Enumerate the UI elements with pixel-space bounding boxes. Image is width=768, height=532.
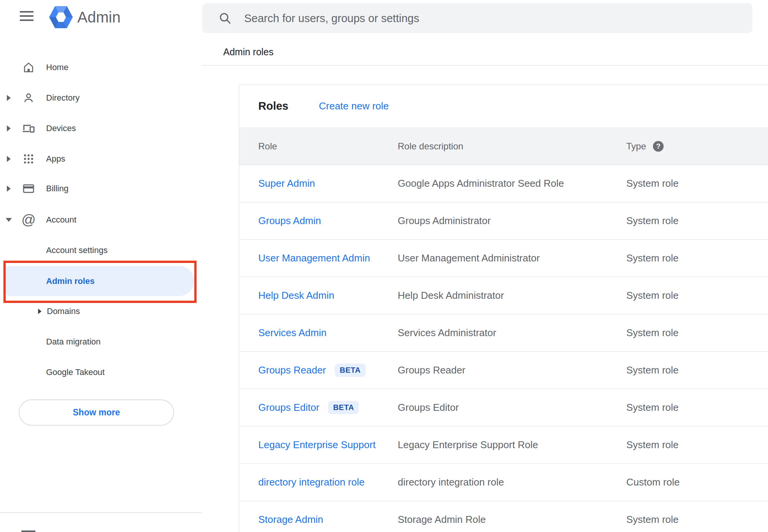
person-icon [21,91,36,105]
role-type-cell: System role [626,426,678,463]
sidebar-item-directory[interactable]: Directory [0,83,202,113]
role-type-cell: System role [626,352,678,389]
sidebar-item-account-settings[interactable]: Account settings [0,235,202,266]
role-description-cell: Help Desk Administrator [398,277,504,314]
panel-title: Roles [258,85,288,127]
role-cell: Services Admin [258,314,326,351]
role-link[interactable]: Legacy Enterprise Support [258,439,376,451]
role-description-text: Groups Reader [398,364,466,376]
role-link[interactable]: directory integration role [258,476,365,488]
role-type-text: System role [626,252,678,264]
beta-badge: BETA [328,401,359,414]
sidebar-item-label: Billing [46,184,69,194]
role-description-cell: directory integration role [398,464,504,501]
role-type-cell: System role [626,240,678,277]
role-description-cell: Groups Administrator [398,202,491,239]
sidebar-item-admin-roles[interactable]: Admin roles [6,266,194,296]
sidebar-item-devices[interactable]: Devices [0,113,202,144]
sidebar-item-label: Home [46,62,69,72]
role-cell: Groups Admin [258,202,321,239]
chevron-down-icon[interactable] [6,218,12,222]
sidebar-item-label: Google Takeout [46,367,105,377]
credit-card-icon [21,181,36,196]
role-description-text: directory integration role [398,476,504,488]
partial-icon [21,530,35,532]
role-type-text: Custom role [626,476,680,488]
sidebar-item-label: Domains [47,306,80,316]
role-type-cell: System role [626,202,678,239]
chevron-right-icon[interactable] [7,95,11,101]
sidebar-item-home[interactable]: Home [0,52,202,83]
sidebar: HomeDirectoryDevicesAppsBilling@AccountA… [0,0,202,532]
help-icon[interactable]: ? [653,141,664,152]
table-row: Services AdminServices AdministratorSyst… [239,314,768,352]
sidebar-item-label: Data migration [46,337,101,347]
role-type-text: System role [626,178,678,189]
sidebar-item-label: Directory [46,93,80,103]
table-row: Groups AdminGroups AdministratorSystem r… [239,202,768,240]
role-type-text: System role [626,215,678,227]
sidebar-item-domains[interactable]: Domains [0,296,202,327]
role-description-cell: Google Apps Administrator Seed Role [398,165,564,202]
sidebar-item-label: Account settings [46,245,107,255]
table-row: Help Desk AdminHelp Desk AdministratorSy… [239,277,768,314]
role-description-cell: Legacy Enterprise Support Role [398,426,538,463]
role-description-text: User Management Administrator [398,252,540,264]
role-description-cell: Services Administrator [398,314,496,351]
table-row: directory integration roledirectory inte… [239,464,768,501]
role-type-cell: Custom role [626,464,680,501]
role-type-cell: System role [626,389,678,426]
role-description-cell: Groups Editor [398,389,459,426]
breadcrumb: Admin roles [223,46,274,58]
sidebar-divider [0,512,202,513]
role-cell: Groups EditorBETA [258,389,359,426]
sidebar-item-google-takeout[interactable]: Google Takeout [0,357,202,388]
role-type-cell: System role [626,501,678,532]
role-link[interactable]: Storage Admin [258,514,323,526]
role-link[interactable]: Services Admin [258,327,326,339]
sidebar-item-billing[interactable]: Billing [0,173,202,204]
role-description-cell: Groups Reader [398,352,466,389]
chevron-right-icon[interactable] [7,156,11,162]
sidebar-item-account[interactable]: @Account [0,205,202,235]
search-bar[interactable] [202,3,752,33]
sidebar-item-label: Account [46,215,77,225]
role-cell: User Management Admin [258,240,370,277]
sidebar-item-apps[interactable]: Apps [0,144,202,174]
create-new-role-link[interactable]: Create new role [319,85,389,127]
role-type-text: System role [626,439,678,451]
roles-table: Super AdminGoogle Apps Administrator See… [239,165,768,532]
column-header-type: Type [626,127,646,165]
role-cell: directory integration role [258,464,365,501]
header-divider [202,65,768,66]
role-link[interactable]: User Management Admin [258,252,370,264]
role-cell: Groups ReaderBETA [258,352,366,389]
role-type-text: System role [626,290,678,301]
role-description-text: Groups Editor [398,402,459,413]
show-more-button[interactable]: Show more [19,399,174,426]
table-header: Role Role description Type ? [239,127,768,165]
chevron-right-icon[interactable] [7,125,11,131]
role-link[interactable]: Groups Editor [258,402,319,413]
role-link[interactable]: Groups Reader [258,364,326,376]
table-row: Legacy Enterprise SupportLegacy Enterpri… [239,426,768,464]
role-type-cell: System role [626,165,678,202]
roles-panel: Roles Create new role Role Role descript… [239,85,768,532]
chevron-right-icon[interactable] [7,186,11,192]
role-description-text: Google Apps Administrator Seed Role [398,178,564,189]
column-header-role-description: Role description [398,127,463,165]
column-header-role: Role [258,127,277,165]
role-description-text: Help Desk Administrator [398,290,504,301]
role-link[interactable]: Super Admin [258,178,315,189]
role-description-cell: Storage Admin Role [398,501,486,532]
role-type-text: System role [626,327,678,339]
role-link[interactable]: Help Desk Admin [258,290,334,301]
home-icon [21,60,36,75]
role-link[interactable]: Groups Admin [258,215,321,227]
role-description-text: Groups Administrator [398,215,491,227]
sidebar-item-data-migration[interactable]: Data migration [0,327,202,357]
search-input[interactable] [243,3,733,34]
role-cell: Super Admin [258,165,315,202]
role-cell: Legacy Enterprise Support [258,426,376,463]
chevron-right-icon[interactable] [38,309,42,314]
